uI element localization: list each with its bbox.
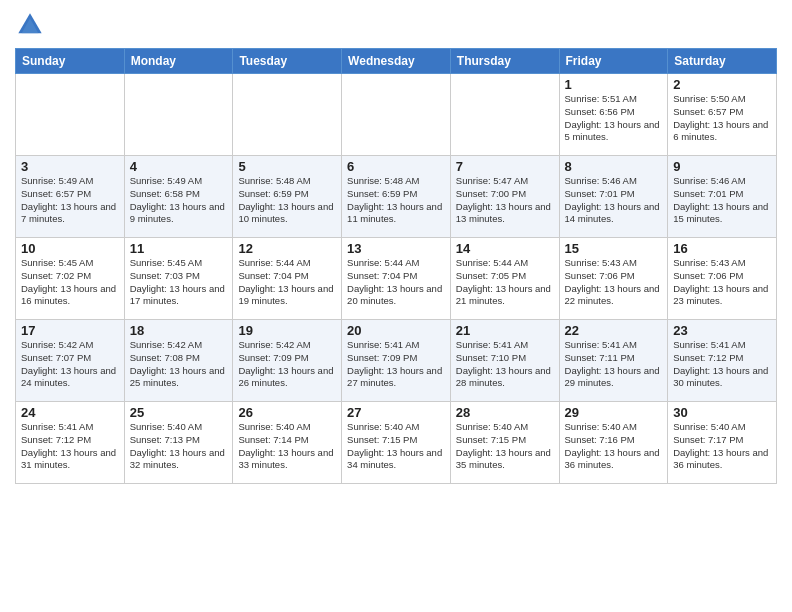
- day-number: 13: [347, 241, 445, 256]
- calendar-header-saturday: Saturday: [668, 49, 777, 74]
- day-info: Sunrise: 5:41 AM Sunset: 7:12 PM Dayligh…: [673, 339, 771, 390]
- calendar-day: 22Sunrise: 5:41 AM Sunset: 7:11 PM Dayli…: [559, 320, 668, 402]
- day-number: 28: [456, 405, 554, 420]
- day-info: Sunrise: 5:40 AM Sunset: 7:17 PM Dayligh…: [673, 421, 771, 472]
- calendar-day: 25Sunrise: 5:40 AM Sunset: 7:13 PM Dayli…: [124, 402, 233, 484]
- calendar-week-2: 3Sunrise: 5:49 AM Sunset: 6:57 PM Daylig…: [16, 156, 777, 238]
- day-info: Sunrise: 5:44 AM Sunset: 7:04 PM Dayligh…: [238, 257, 336, 308]
- calendar-day: 2Sunrise: 5:50 AM Sunset: 6:57 PM Daylig…: [668, 74, 777, 156]
- day-info: Sunrise: 5:46 AM Sunset: 7:01 PM Dayligh…: [673, 175, 771, 226]
- calendar-day: [233, 74, 342, 156]
- calendar-day: 9Sunrise: 5:46 AM Sunset: 7:01 PM Daylig…: [668, 156, 777, 238]
- calendar-day: 5Sunrise: 5:48 AM Sunset: 6:59 PM Daylig…: [233, 156, 342, 238]
- day-number: 14: [456, 241, 554, 256]
- calendar-day: 15Sunrise: 5:43 AM Sunset: 7:06 PM Dayli…: [559, 238, 668, 320]
- day-info: Sunrise: 5:42 AM Sunset: 7:07 PM Dayligh…: [21, 339, 119, 390]
- calendar-day: 3Sunrise: 5:49 AM Sunset: 6:57 PM Daylig…: [16, 156, 125, 238]
- day-number: 17: [21, 323, 119, 338]
- day-info: Sunrise: 5:49 AM Sunset: 6:57 PM Dayligh…: [21, 175, 119, 226]
- day-number: 22: [565, 323, 663, 338]
- calendar-header-wednesday: Wednesday: [342, 49, 451, 74]
- day-info: Sunrise: 5:41 AM Sunset: 7:09 PM Dayligh…: [347, 339, 445, 390]
- calendar-day: [124, 74, 233, 156]
- day-number: 10: [21, 241, 119, 256]
- day-info: Sunrise: 5:40 AM Sunset: 7:15 PM Dayligh…: [456, 421, 554, 472]
- day-info: Sunrise: 5:41 AM Sunset: 7:10 PM Dayligh…: [456, 339, 554, 390]
- calendar-header-monday: Monday: [124, 49, 233, 74]
- day-number: 8: [565, 159, 663, 174]
- day-number: 26: [238, 405, 336, 420]
- header: [15, 10, 777, 40]
- day-info: Sunrise: 5:48 AM Sunset: 6:59 PM Dayligh…: [347, 175, 445, 226]
- day-info: Sunrise: 5:42 AM Sunset: 7:08 PM Dayligh…: [130, 339, 228, 390]
- day-number: 9: [673, 159, 771, 174]
- calendar-day: 28Sunrise: 5:40 AM Sunset: 7:15 PM Dayli…: [450, 402, 559, 484]
- calendar-day: 6Sunrise: 5:48 AM Sunset: 6:59 PM Daylig…: [342, 156, 451, 238]
- calendar-day: 26Sunrise: 5:40 AM Sunset: 7:14 PM Dayli…: [233, 402, 342, 484]
- calendar-day: 1Sunrise: 5:51 AM Sunset: 6:56 PM Daylig…: [559, 74, 668, 156]
- day-info: Sunrise: 5:41 AM Sunset: 7:11 PM Dayligh…: [565, 339, 663, 390]
- day-number: 15: [565, 241, 663, 256]
- day-number: 4: [130, 159, 228, 174]
- day-number: 1: [565, 77, 663, 92]
- calendar-day: 21Sunrise: 5:41 AM Sunset: 7:10 PM Dayli…: [450, 320, 559, 402]
- calendar-day: 30Sunrise: 5:40 AM Sunset: 7:17 PM Dayli…: [668, 402, 777, 484]
- calendar-day: 18Sunrise: 5:42 AM Sunset: 7:08 PM Dayli…: [124, 320, 233, 402]
- calendar-day: 13Sunrise: 5:44 AM Sunset: 7:04 PM Dayli…: [342, 238, 451, 320]
- calendar-day: 17Sunrise: 5:42 AM Sunset: 7:07 PM Dayli…: [16, 320, 125, 402]
- day-number: 6: [347, 159, 445, 174]
- day-number: 18: [130, 323, 228, 338]
- logo-icon: [15, 10, 45, 40]
- logo: [15, 10, 49, 40]
- day-number: 12: [238, 241, 336, 256]
- calendar-week-4: 17Sunrise: 5:42 AM Sunset: 7:07 PM Dayli…: [16, 320, 777, 402]
- day-number: 16: [673, 241, 771, 256]
- calendar-day: 12Sunrise: 5:44 AM Sunset: 7:04 PM Dayli…: [233, 238, 342, 320]
- calendar-header-thursday: Thursday: [450, 49, 559, 74]
- day-number: 29: [565, 405, 663, 420]
- day-info: Sunrise: 5:47 AM Sunset: 7:00 PM Dayligh…: [456, 175, 554, 226]
- day-info: Sunrise: 5:41 AM Sunset: 7:12 PM Dayligh…: [21, 421, 119, 472]
- day-info: Sunrise: 5:40 AM Sunset: 7:15 PM Dayligh…: [347, 421, 445, 472]
- day-info: Sunrise: 5:48 AM Sunset: 6:59 PM Dayligh…: [238, 175, 336, 226]
- day-number: 3: [21, 159, 119, 174]
- day-info: Sunrise: 5:40 AM Sunset: 7:16 PM Dayligh…: [565, 421, 663, 472]
- calendar-day: 23Sunrise: 5:41 AM Sunset: 7:12 PM Dayli…: [668, 320, 777, 402]
- day-info: Sunrise: 5:51 AM Sunset: 6:56 PM Dayligh…: [565, 93, 663, 144]
- calendar-day: 20Sunrise: 5:41 AM Sunset: 7:09 PM Dayli…: [342, 320, 451, 402]
- calendar-week-1: 1Sunrise: 5:51 AM Sunset: 6:56 PM Daylig…: [16, 74, 777, 156]
- calendar-day: 24Sunrise: 5:41 AM Sunset: 7:12 PM Dayli…: [16, 402, 125, 484]
- calendar-week-5: 24Sunrise: 5:41 AM Sunset: 7:12 PM Dayli…: [16, 402, 777, 484]
- calendar-week-3: 10Sunrise: 5:45 AM Sunset: 7:02 PM Dayli…: [16, 238, 777, 320]
- day-info: Sunrise: 5:44 AM Sunset: 7:05 PM Dayligh…: [456, 257, 554, 308]
- calendar-day: 7Sunrise: 5:47 AM Sunset: 7:00 PM Daylig…: [450, 156, 559, 238]
- day-info: Sunrise: 5:43 AM Sunset: 7:06 PM Dayligh…: [565, 257, 663, 308]
- day-number: 19: [238, 323, 336, 338]
- calendar-header-sunday: Sunday: [16, 49, 125, 74]
- day-number: 24: [21, 405, 119, 420]
- day-number: 23: [673, 323, 771, 338]
- day-info: Sunrise: 5:50 AM Sunset: 6:57 PM Dayligh…: [673, 93, 771, 144]
- day-number: 11: [130, 241, 228, 256]
- calendar-day: 11Sunrise: 5:45 AM Sunset: 7:03 PM Dayli…: [124, 238, 233, 320]
- calendar-day: 19Sunrise: 5:42 AM Sunset: 7:09 PM Dayli…: [233, 320, 342, 402]
- day-number: 27: [347, 405, 445, 420]
- page: SundayMondayTuesdayWednesdayThursdayFrid…: [0, 0, 792, 612]
- calendar-day: 4Sunrise: 5:49 AM Sunset: 6:58 PM Daylig…: [124, 156, 233, 238]
- day-number: 30: [673, 405, 771, 420]
- day-number: 21: [456, 323, 554, 338]
- calendar-header-row: SundayMondayTuesdayWednesdayThursdayFrid…: [16, 49, 777, 74]
- day-number: 5: [238, 159, 336, 174]
- day-info: Sunrise: 5:40 AM Sunset: 7:13 PM Dayligh…: [130, 421, 228, 472]
- day-number: 7: [456, 159, 554, 174]
- calendar-header-tuesday: Tuesday: [233, 49, 342, 74]
- calendar-day: [450, 74, 559, 156]
- day-info: Sunrise: 5:40 AM Sunset: 7:14 PM Dayligh…: [238, 421, 336, 472]
- day-number: 20: [347, 323, 445, 338]
- calendar-day: 14Sunrise: 5:44 AM Sunset: 7:05 PM Dayli…: [450, 238, 559, 320]
- calendar-day: [342, 74, 451, 156]
- calendar-day: [16, 74, 125, 156]
- calendar: SundayMondayTuesdayWednesdayThursdayFrid…: [15, 48, 777, 484]
- day-info: Sunrise: 5:43 AM Sunset: 7:06 PM Dayligh…: [673, 257, 771, 308]
- calendar-day: 10Sunrise: 5:45 AM Sunset: 7:02 PM Dayli…: [16, 238, 125, 320]
